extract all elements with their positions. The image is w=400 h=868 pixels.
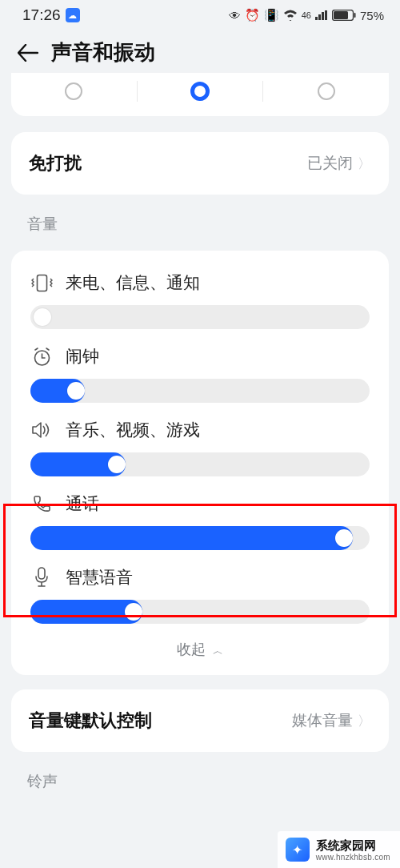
dnd-label: 免打扰 — [29, 151, 82, 175]
volume-voice: 智慧语音 — [11, 555, 389, 629]
volume-media: 音乐、视频、游戏 — [11, 408, 389, 481]
volume-media-slider[interactable] — [30, 452, 370, 476]
wifi-icon — [283, 10, 298, 21]
volume-media-label: 音乐、视频、游戏 — [66, 419, 200, 441]
dnd-value: 已关闭 — [307, 153, 353, 174]
volume-ring: 来电、信息、通知 — [11, 260, 389, 334]
speaker-icon — [30, 419, 53, 441]
header: 声音和振动 — [0, 27, 400, 73]
battery-pct: 75% — [360, 9, 384, 22]
back-button[interactable] — [18, 44, 38, 62]
svg-rect-2 — [322, 12, 324, 20]
mic-icon — [30, 566, 53, 589]
svg-rect-6 — [354, 13, 355, 18]
volume-call-label: 通话 — [66, 492, 99, 515]
dnd-card[interactable]: 免打扰 已关闭 〉 — [11, 132, 389, 195]
status-bar: 17:26 ☁ 👁 ⏰ 📳 46 75% — [0, 0, 400, 27]
profile-option-2[interactable] — [138, 81, 263, 102]
section-ringtone-title: 铃声 — [0, 766, 400, 808]
profile-option-3[interactable] — [263, 81, 389, 102]
network-type: 46 — [302, 10, 311, 20]
volume-key-card[interactable]: 音量键默认控制 媒体音量 〉 — [11, 689, 389, 752]
svg-rect-3 — [325, 10, 327, 20]
volume-voice-slider[interactable] — [30, 600, 370, 624]
volume-ring-label: 来电、信息、通知 — [66, 271, 200, 294]
status-time: 17:26 — [22, 6, 61, 24]
slider-thumb[interactable] — [34, 308, 51, 326]
eye-icon: 👁 — [229, 9, 241, 22]
watermark-url: www.hnzkhbsb.com — [316, 853, 390, 862]
battery-icon — [332, 10, 356, 21]
svg-rect-7 — [37, 275, 46, 291]
page-title: 声音和振动 — [51, 38, 155, 66]
volume-card: 来电、信息、通知 闹钟 音乐、视频、游戏 — [11, 251, 389, 675]
volume-call-slider[interactable] — [30, 526, 370, 550]
volume-alarm-slider[interactable] — [30, 379, 370, 403]
watermark-logo-icon: ✦ — [286, 838, 310, 862]
slider-thumb[interactable] — [335, 529, 353, 547]
section-volume-title: 音量 — [0, 209, 400, 251]
watermark: ✦ 系统家园网 www.hnzkhbsb.com — [278, 831, 400, 868]
volume-call: 通话 — [11, 481, 389, 555]
slider-thumb[interactable] — [108, 456, 126, 473]
volume-ring-slider[interactable] — [30, 305, 370, 329]
chevron-right-icon: 〉 — [358, 712, 371, 730]
weather-icon: ☁ — [66, 8, 80, 22]
volume-key-label: 音量键默认控制 — [29, 709, 152, 733]
svg-rect-5 — [334, 11, 348, 19]
alarm-status-icon: ⏰ — [245, 8, 260, 22]
chevron-up-icon: ︿ — [213, 645, 223, 657]
volume-alarm-label: 闹钟 — [66, 345, 99, 368]
signal-icon — [315, 10, 328, 20]
volume-alarm: 闹钟 — [11, 334, 389, 408]
svg-rect-0 — [315, 17, 318, 20]
sound-profile-card — [11, 73, 389, 116]
status-right: 👁 ⏰ 📳 46 75% — [229, 8, 384, 22]
vibrate-icon — [30, 271, 53, 294]
volume-voice-label: 智慧语音 — [66, 566, 133, 589]
svg-rect-1 — [318, 14, 321, 20]
svg-rect-9 — [38, 568, 45, 579]
watermark-name: 系统家园网 — [316, 838, 390, 853]
vibrate-status-icon: 📳 — [264, 8, 279, 22]
profile-option-1[interactable] — [11, 81, 137, 102]
chevron-right-icon: 〉 — [358, 155, 371, 173]
volume-key-value: 媒体音量 — [292, 710, 353, 731]
phone-icon — [30, 492, 53, 515]
slider-thumb[interactable] — [67, 382, 85, 400]
collapse-button[interactable]: 收起 ︿ — [11, 629, 389, 661]
alarm-icon — [30, 345, 53, 368]
slider-thumb[interactable] — [125, 603, 142, 621]
